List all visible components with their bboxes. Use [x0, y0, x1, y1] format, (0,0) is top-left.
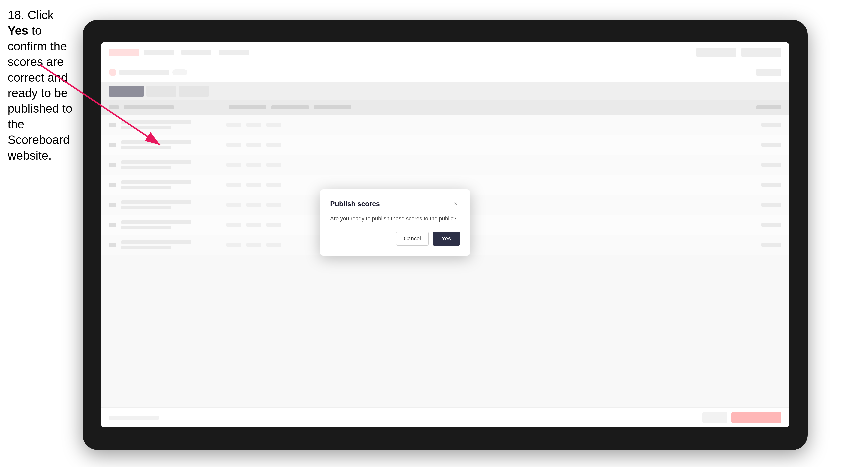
bold-yes: Yes: [7, 24, 28, 37]
instruction-suffix: to confirm the scores are correct and re…: [7, 24, 72, 162]
yes-button[interactable]: Yes: [433, 232, 460, 246]
modal-overlay: Publish scores × Are you ready to publis…: [101, 42, 789, 428]
tablet-shell: Publish scores × Are you ready to publis…: [83, 20, 808, 450]
modal-dialog: Publish scores × Are you ready to publis…: [320, 189, 470, 256]
modal-footer: Cancel Yes: [330, 232, 460, 246]
step-number: 18.: [7, 8, 24, 22]
modal-header: Publish scores ×: [330, 199, 460, 209]
modal-body-text: Are you ready to publish these scores to…: [330, 215, 460, 223]
cancel-button[interactable]: Cancel: [396, 232, 429, 246]
modal-close-button[interactable]: ×: [451, 199, 460, 209]
instruction-text: 18. Click Yes to confirm the scores are …: [7, 7, 78, 163]
close-icon: ×: [454, 200, 457, 208]
tablet-screen: Publish scores × Are you ready to publis…: [101, 42, 789, 428]
instruction-prefix: Click: [28, 8, 54, 22]
modal-title: Publish scores: [330, 200, 380, 208]
